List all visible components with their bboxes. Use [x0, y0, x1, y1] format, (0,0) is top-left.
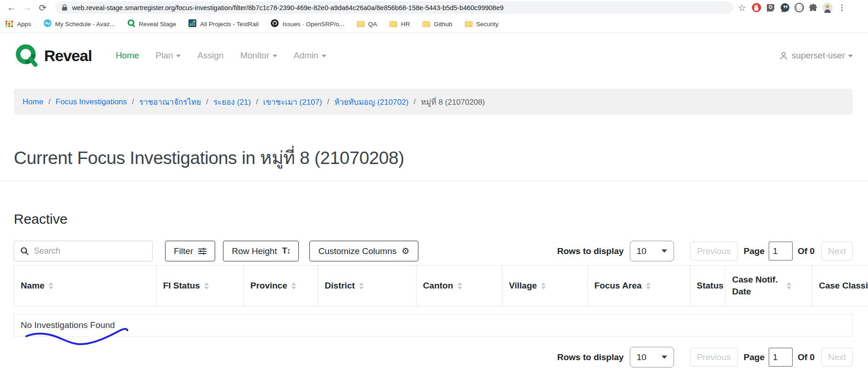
filter-sliders-icon: [198, 248, 206, 255]
avaza-icon: [44, 19, 51, 28]
column-header-focus-area[interactable]: Focus Area: [588, 266, 691, 306]
column-header-village[interactable]: Village: [503, 266, 588, 306]
bookmark-star-icon[interactable]: ☆: [737, 3, 747, 13]
gear-icon: ⚙: [401, 247, 409, 255]
row-height-button[interactable]: Row Height T↕: [223, 241, 299, 261]
bookmark-reveal-stage[interactable]: Reveal Stage: [127, 19, 176, 28]
rows-per-page-select[interactable]: 10: [630, 347, 674, 367]
padlock-icon: [62, 4, 68, 11]
search-icon: [20, 247, 29, 255]
chevron-down-icon: [176, 55, 181, 57]
chevron-down-icon: [662, 356, 667, 359]
column-header-case-notif-date[interactable]: Case Notif. Date: [725, 266, 812, 306]
next-page-button[interactable]: Next: [821, 348, 853, 367]
table-header-row: Name FI Status Province District Canton …: [14, 265, 868, 306]
nav-item-assign[interactable]: Assign: [197, 51, 223, 61]
pagination-bottom-wrap: Rows to display 10 Previous Page Of 0 Ne…: [14, 347, 853, 367]
sort-icon[interactable]: [457, 283, 462, 289]
bookmark-folder-security[interactable]: Security: [465, 21, 499, 28]
sort-icon[interactable]: [291, 283, 296, 289]
chevron-down-icon: [322, 55, 326, 57]
divider: [0, 181, 868, 181]
nav-item-home[interactable]: Home: [116, 51, 139, 61]
nav-item-monitor[interactable]: Monitor: [240, 51, 277, 61]
bookmark-apps[interactable]: Apps: [6, 21, 31, 28]
folder-icon: [389, 21, 397, 27]
svg-text:{…}: {…}: [795, 6, 803, 10]
column-header-province[interactable]: Province: [244, 266, 318, 306]
empty-state-row: No Investigations Found: [14, 314, 853, 337]
nav-item-admin[interactable]: Admin: [294, 51, 326, 61]
breadcrumb-current: หมู่ที่ 8 (21070208): [421, 96, 485, 108]
chevron-down-icon: [848, 55, 853, 57]
folder-icon: [465, 21, 473, 27]
brand-text: Reveal: [44, 47, 92, 65]
bookmarks-bar: Apps My Schedule - Avaz... Reveal Stage …: [0, 15, 868, 33]
reveal-favicon: [127, 19, 135, 28]
back-icon[interactable]: ←: [5, 1, 18, 15]
username: superset-user: [792, 51, 845, 61]
breadcrumb-province[interactable]: ระยอง (21): [213, 96, 251, 108]
sort-icon[interactable]: [646, 283, 651, 289]
json-viewer-extension-icon[interactable]: {…}: [794, 3, 804, 13]
bookmark-my-schedule[interactable]: My Schedule - Avaz...: [44, 19, 115, 28]
sort-icon[interactable]: [787, 283, 791, 289]
sort-icon[interactable]: [49, 283, 53, 289]
sort-icon[interactable]: [541, 283, 546, 289]
reveal-logo[interactable]: Reveal: [14, 44, 92, 68]
column-header-status[interactable]: Status: [691, 266, 726, 306]
extensions-puzzle-icon[interactable]: [808, 3, 818, 13]
notes-extension-icon[interactable]: [765, 3, 776, 13]
breadcrumb-canton[interactable]: ห้วยทับมอญ (210702): [334, 96, 408, 108]
breadcrumb: Home / Focus Investigations / ราชอาณาจัก…: [14, 89, 853, 115]
testrail-icon: [188, 19, 196, 28]
quote-extension-icon[interactable]: [780, 3, 790, 13]
search-box[interactable]: [14, 241, 153, 261]
column-header-canton[interactable]: Canton: [417, 266, 503, 306]
bookmark-opensrp-issues[interactable]: Issues · OpenSRP/o...: [271, 19, 344, 28]
page-number-input[interactable]: [769, 348, 793, 367]
column-header-fi-status[interactable]: FI Status: [157, 266, 244, 306]
rows-per-page-select[interactable]: 10: [630, 241, 674, 261]
chrome-menu-icon[interactable]: ⋮: [837, 3, 847, 13]
breadcrumb-home[interactable]: Home: [23, 97, 43, 107]
browser-profile-avatar[interactable]: [822, 3, 833, 13]
next-page-button[interactable]: Next: [821, 242, 853, 260]
pagination-top: Rows to display 10 Previous Page Of 0 Ne…: [557, 241, 853, 261]
page-count-label: Of 0: [798, 246, 815, 256]
search-input[interactable]: [34, 246, 140, 256]
bookmark-folder-github[interactable]: Github: [423, 21, 452, 28]
bookmark-folder-hr[interactable]: HR: [389, 21, 410, 28]
nav-item-plan[interactable]: Plan: [155, 51, 181, 61]
refresh-icon[interactable]: ⟳: [36, 1, 50, 15]
page-number-input[interactable]: [769, 242, 793, 260]
filter-button[interactable]: Filter: [165, 241, 215, 261]
column-header-name[interactable]: Name: [14, 266, 157, 306]
section-title-reactive: Reactive: [14, 211, 854, 227]
customize-columns-button[interactable]: Customize Columns ⚙: [309, 241, 418, 261]
chevron-down-icon: [662, 249, 667, 253]
breadcrumb-country[interactable]: ราชอาณาจักรไทย: [139, 96, 201, 108]
bookmark-testrail[interactable]: All Projects - TestRail: [188, 19, 258, 28]
user-icon: [779, 51, 788, 61]
adblock-extension-icon[interactable]: [751, 3, 761, 13]
sort-icon[interactable]: [359, 283, 364, 289]
sort-icon[interactable]: [204, 283, 209, 289]
previous-page-button[interactable]: Previous: [690, 348, 738, 367]
reveal-logo-icon: [14, 44, 42, 68]
rows-to-display-label: Rows to display: [557, 246, 624, 256]
no-investigations-message: No Investigations Found: [21, 320, 115, 330]
address-bar[interactable]: web.reveal-stage.smartregister.org/focus…: [55, 1, 733, 14]
column-header-district[interactable]: District: [318, 266, 417, 306]
breadcrumb-district[interactable]: เขาชะเมา (2107): [263, 96, 322, 108]
rows-to-display-label: Rows to display: [557, 352, 624, 362]
bookmark-folder-qa[interactable]: QA: [357, 21, 377, 28]
browser-toolbar: ← → ⟳ web.reveal-stage.smartregister.org…: [0, 0, 868, 15]
column-header-case-classification[interactable]: Case Classification: [812, 266, 868, 306]
user-menu[interactable]: superset-user: [779, 51, 853, 61]
table-toolbar: Filter Row Height T↕ Customize Columns ⚙…: [14, 241, 853, 261]
breadcrumb-focus-investigations[interactable]: Focus Investigations: [56, 97, 127, 107]
previous-page-button[interactable]: Previous: [690, 242, 738, 260]
forward-icon[interactable]: →: [20, 1, 34, 15]
browser-chrome: ← → ⟳ web.reveal-stage.smartregister.org…: [0, 0, 868, 33]
